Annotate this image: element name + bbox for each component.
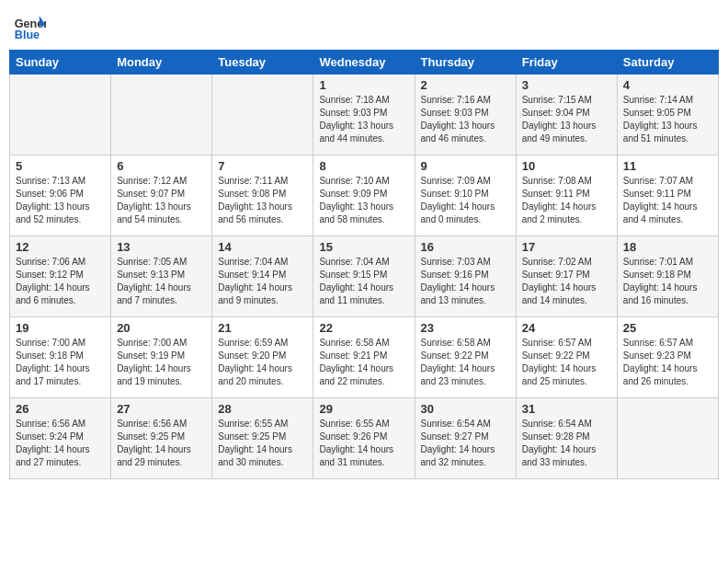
day-info: Sunrise: 6:54 AM Sunset: 9:27 PM Dayligh…	[421, 418, 510, 469]
page-header: General Blue	[9, 9, 719, 42]
day-number: 6	[117, 159, 206, 173]
day-number: 29	[319, 402, 408, 416]
day-cell: 21Sunrise: 6:59 AM Sunset: 9:20 PM Dayli…	[212, 317, 313, 398]
day-info: Sunrise: 7:18 AM Sunset: 9:03 PM Dayligh…	[319, 94, 408, 145]
day-cell: 19Sunrise: 7:00 AM Sunset: 9:18 PM Dayli…	[10, 317, 111, 398]
day-number: 2	[421, 78, 510, 92]
day-number: 26	[16, 402, 105, 416]
day-cell: 15Sunrise: 7:04 AM Sunset: 9:15 PM Dayli…	[313, 236, 415, 317]
weekday-header-row: SundayMondayTuesdayWednesdayThursdayFrid…	[10, 51, 719, 75]
day-number: 19	[16, 321, 105, 335]
day-info: Sunrise: 7:06 AM Sunset: 9:12 PM Dayligh…	[16, 256, 105, 307]
logo: General Blue	[13, 9, 50, 42]
day-info: Sunrise: 7:10 AM Sunset: 9:09 PM Dayligh…	[319, 175, 408, 226]
day-number: 14	[218, 240, 307, 254]
day-cell: 2Sunrise: 7:16 AM Sunset: 9:03 PM Daylig…	[415, 75, 516, 155]
day-info: Sunrise: 6:59 AM Sunset: 9:20 PM Dayligh…	[218, 337, 307, 388]
weekday-header-tuesday: Tuesday	[212, 51, 313, 75]
day-info: Sunrise: 7:05 AM Sunset: 9:13 PM Dayligh…	[117, 256, 206, 307]
day-cell: 22Sunrise: 6:58 AM Sunset: 9:21 PM Dayli…	[313, 317, 415, 398]
day-cell: 18Sunrise: 7:01 AM Sunset: 9:18 PM Dayli…	[617, 236, 718, 317]
day-cell: 28Sunrise: 6:55 AM Sunset: 9:25 PM Dayli…	[212, 398, 313, 479]
day-number: 31	[522, 402, 611, 416]
weekday-header-sunday: Sunday	[10, 51, 111, 75]
day-number: 24	[522, 321, 611, 335]
day-info: Sunrise: 7:14 AM Sunset: 9:05 PM Dayligh…	[623, 94, 712, 145]
week-row-1: 1Sunrise: 7:18 AM Sunset: 9:03 PM Daylig…	[10, 75, 719, 155]
day-cell: 10Sunrise: 7:08 AM Sunset: 9:11 PM Dayli…	[516, 155, 617, 236]
day-cell: 7Sunrise: 7:11 AM Sunset: 9:08 PM Daylig…	[212, 155, 313, 236]
day-number: 1	[319, 78, 408, 92]
day-info: Sunrise: 7:13 AM Sunset: 9:06 PM Dayligh…	[16, 175, 105, 226]
day-cell: 1Sunrise: 7:18 AM Sunset: 9:03 PM Daylig…	[313, 75, 415, 155]
day-info: Sunrise: 7:04 AM Sunset: 9:14 PM Dayligh…	[218, 256, 307, 307]
day-cell	[10, 75, 111, 155]
day-cell: 14Sunrise: 7:04 AM Sunset: 9:14 PM Dayli…	[212, 236, 313, 317]
day-number: 4	[623, 78, 712, 92]
day-number: 25	[623, 321, 712, 335]
week-row-5: 26Sunrise: 6:56 AM Sunset: 9:24 PM Dayli…	[10, 398, 719, 479]
day-cell	[617, 398, 718, 479]
day-cell: 24Sunrise: 6:57 AM Sunset: 9:22 PM Dayli…	[516, 317, 617, 398]
day-number: 11	[623, 159, 712, 173]
week-row-2: 5Sunrise: 7:13 AM Sunset: 9:06 PM Daylig…	[10, 155, 719, 236]
day-number: 20	[117, 321, 206, 335]
logo-icon: General Blue	[13, 9, 46, 42]
day-number: 17	[522, 240, 611, 254]
day-info: Sunrise: 7:09 AM Sunset: 9:10 PM Dayligh…	[421, 175, 510, 226]
day-info: Sunrise: 6:55 AM Sunset: 9:25 PM Dayligh…	[218, 418, 307, 469]
day-cell: 26Sunrise: 6:56 AM Sunset: 9:24 PM Dayli…	[10, 398, 111, 479]
day-number: 10	[522, 159, 611, 173]
day-info: Sunrise: 7:11 AM Sunset: 9:08 PM Dayligh…	[218, 175, 307, 226]
day-cell: 16Sunrise: 7:03 AM Sunset: 9:16 PM Dayli…	[415, 236, 516, 317]
day-info: Sunrise: 6:56 AM Sunset: 9:25 PM Dayligh…	[117, 418, 206, 469]
day-cell: 4Sunrise: 7:14 AM Sunset: 9:05 PM Daylig…	[617, 75, 718, 155]
day-cell: 11Sunrise: 7:07 AM Sunset: 9:11 PM Dayli…	[617, 155, 718, 236]
day-info: Sunrise: 6:58 AM Sunset: 9:22 PM Dayligh…	[421, 337, 510, 388]
day-number: 18	[623, 240, 712, 254]
weekday-header-wednesday: Wednesday	[313, 51, 415, 75]
weekday-header-saturday: Saturday	[617, 51, 718, 75]
day-cell: 25Sunrise: 6:57 AM Sunset: 9:23 PM Dayli…	[617, 317, 718, 398]
day-info: Sunrise: 7:03 AM Sunset: 9:16 PM Dayligh…	[421, 256, 510, 307]
day-info: Sunrise: 7:12 AM Sunset: 9:07 PM Dayligh…	[117, 175, 206, 226]
day-cell: 12Sunrise: 7:06 AM Sunset: 9:12 PM Dayli…	[10, 236, 111, 317]
day-number: 3	[522, 78, 611, 92]
calendar-table: SundayMondayTuesdayWednesdayThursdayFrid…	[9, 50, 719, 479]
weekday-header-friday: Friday	[516, 51, 617, 75]
day-info: Sunrise: 6:54 AM Sunset: 9:28 PM Dayligh…	[522, 418, 611, 469]
day-cell	[111, 75, 212, 155]
day-info: Sunrise: 7:00 AM Sunset: 9:19 PM Dayligh…	[117, 337, 206, 388]
weekday-header-monday: Monday	[111, 51, 212, 75]
day-info: Sunrise: 6:55 AM Sunset: 9:26 PM Dayligh…	[319, 418, 408, 469]
day-info: Sunrise: 7:08 AM Sunset: 9:11 PM Dayligh…	[522, 175, 611, 226]
week-row-3: 12Sunrise: 7:06 AM Sunset: 9:12 PM Dayli…	[10, 236, 719, 317]
day-info: Sunrise: 7:02 AM Sunset: 9:17 PM Dayligh…	[522, 256, 611, 307]
day-info: Sunrise: 7:07 AM Sunset: 9:11 PM Dayligh…	[623, 175, 712, 226]
day-number: 28	[218, 402, 307, 416]
day-cell	[212, 75, 313, 155]
day-cell: 9Sunrise: 7:09 AM Sunset: 9:10 PM Daylig…	[415, 155, 516, 236]
day-number: 21	[218, 321, 307, 335]
day-cell: 17Sunrise: 7:02 AM Sunset: 9:17 PM Dayli…	[516, 236, 617, 317]
day-number: 30	[421, 402, 510, 416]
day-cell: 31Sunrise: 6:54 AM Sunset: 9:28 PM Dayli…	[516, 398, 617, 479]
day-number: 5	[16, 159, 105, 173]
day-number: 16	[421, 240, 510, 254]
day-info: Sunrise: 7:15 AM Sunset: 9:04 PM Dayligh…	[522, 94, 611, 145]
day-info: Sunrise: 6:57 AM Sunset: 9:22 PM Dayligh…	[522, 337, 611, 388]
day-number: 13	[117, 240, 206, 254]
day-number: 9	[421, 159, 510, 173]
day-info: Sunrise: 7:16 AM Sunset: 9:03 PM Dayligh…	[421, 94, 510, 145]
day-cell: 8Sunrise: 7:10 AM Sunset: 9:09 PM Daylig…	[313, 155, 415, 236]
day-cell: 5Sunrise: 7:13 AM Sunset: 9:06 PM Daylig…	[10, 155, 111, 236]
day-cell: 6Sunrise: 7:12 AM Sunset: 9:07 PM Daylig…	[111, 155, 212, 236]
calendar-body: 1Sunrise: 7:18 AM Sunset: 9:03 PM Daylig…	[10, 75, 719, 479]
day-number: 22	[319, 321, 408, 335]
day-cell: 27Sunrise: 6:56 AM Sunset: 9:25 PM Dayli…	[111, 398, 212, 479]
day-cell: 13Sunrise: 7:05 AM Sunset: 9:13 PM Dayli…	[111, 236, 212, 317]
day-cell: 23Sunrise: 6:58 AM Sunset: 9:22 PM Dayli…	[415, 317, 516, 398]
day-number: 8	[319, 159, 408, 173]
day-number: 23	[421, 321, 510, 335]
svg-text:Blue: Blue	[15, 29, 40, 41]
